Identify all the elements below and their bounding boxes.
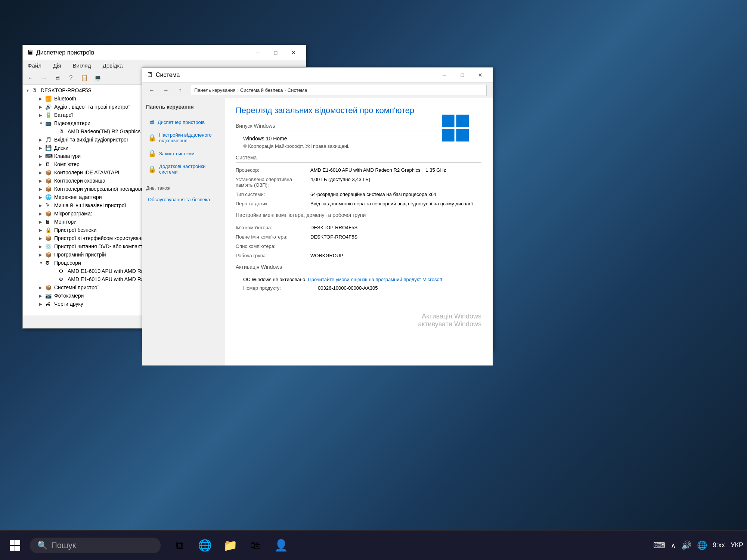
explorer-icon: 📁	[223, 539, 237, 552]
computer-name-label: Ім'я комп'ютера:	[236, 225, 310, 230]
taskview-icon: ⧉	[176, 539, 183, 552]
tree-computer-icon: 🖥	[45, 161, 53, 167]
taskbar-store[interactable]: 🛍	[244, 534, 267, 557]
address-bar[interactable]: Панель керування › Система й безпека › С…	[191, 85, 487, 96]
tree-security-icon: 🔒	[45, 227, 53, 233]
lang-indicator[interactable]: УКР	[731, 541, 743, 549]
start-button[interactable]	[4, 534, 26, 557]
devman-title: Диспетчер пристроїв	[36, 49, 94, 56]
network-icon[interactable]: 🌐	[697, 541, 707, 550]
tree-ide-icon: 📦	[45, 169, 53, 175]
system-up-button[interactable]: ↑	[174, 85, 186, 96]
svg-rect-3	[456, 129, 469, 141]
tree-ide-expand: ▶	[39, 171, 45, 175]
sidebar-protection[interactable]: 🔒 Захист системи	[146, 146, 220, 161]
chevron-icon[interactable]: ∧	[671, 541, 676, 550]
tree-firmware-icon: 📦	[45, 211, 53, 217]
sidebar-also-title: Див. також	[146, 185, 220, 191]
devman-maximize-button[interactable]: □	[267, 47, 284, 59]
devman-menu-action[interactable]: Дія	[50, 61, 64, 70]
taskbar: 🔍 Пошук ⧉ 🌐 📁 🛍 👤 ⌨ ∧ 🔊 🌐	[0, 530, 747, 560]
taskbar-taskview[interactable]: ⧉	[168, 534, 190, 557]
desktop: 🖥 Диспетчер пристроїв ─ □ ✕ Файл Дія Виг…	[0, 0, 747, 560]
taskbar-clock[interactable]: 9:хх	[713, 541, 725, 549]
tree-bluetooth-label: Bluetooth	[54, 96, 76, 102]
sidebar-protection-label: Захист системи	[159, 151, 194, 156]
taskbar-app5[interactable]: 👤	[270, 534, 292, 557]
taskbar-search[interactable]: 🔍 Пошук	[30, 538, 161, 553]
workgroup-value: WORKGROUP	[310, 253, 481, 258]
sidebar-advanced[interactable]: 🔒 Додаткові настройки системи	[146, 161, 220, 178]
tree-mouse-label: Миша й інші вказівні пристрої	[54, 202, 126, 208]
tree-audio-label: Аудіо-, відео- та ігрові пристрої	[54, 104, 130, 110]
breadcrumb-system[interactable]: Система	[288, 87, 307, 93]
tree-disk-icon: 💾	[45, 145, 53, 151]
devman-list-button[interactable]: 📋	[78, 73, 90, 83]
tree-print-expand: ▶	[39, 302, 45, 306]
devman-menu-help[interactable]: Довідка	[100, 61, 126, 70]
system-back-button[interactable]: ←	[145, 85, 158, 96]
ram-value: 4,00 ГБ (доступно 3,43 ГБ)	[310, 177, 481, 182]
devman-properties-button[interactable]: 💻	[92, 73, 104, 83]
tree-audio-icon: 🔊	[45, 104, 53, 110]
devman-forward-button[interactable]: →	[38, 73, 50, 83]
activation-link[interactable]: Прочитайте умови ліцензії на програмний …	[308, 277, 442, 282]
taskbar-explorer[interactable]: 📁	[219, 534, 241, 557]
tree-processors-icon: ⚙	[45, 260, 53, 266]
system-close-button[interactable]: ✕	[472, 69, 489, 81]
svg-rect-6	[10, 546, 15, 551]
sidebar-maintenance[interactable]: Обслуговування та безпека	[146, 194, 220, 205]
breadcrumb-controlpanel[interactable]: Панель керування	[194, 87, 236, 93]
volume-icon[interactable]: 🔊	[681, 541, 691, 550]
system-maximize-button[interactable]: □	[454, 69, 471, 81]
workgroup-label: Робоча група:	[236, 253, 310, 258]
sidebar-advanced-label: Додаткові настройки системи	[159, 164, 218, 175]
tree-hid-label: Пристрої з інтерфейсом користувача	[54, 235, 144, 241]
devman-help-button[interactable]: ?	[65, 73, 77, 83]
devman-close-button[interactable]: ✕	[285, 47, 302, 59]
tree-video-icon: 📺	[45, 120, 53, 126]
sidebar-remote[interactable]: 🔒 Настройки віддаленого підключення	[146, 129, 220, 146]
system-minimize-button[interactable]: ─	[436, 69, 453, 81]
processor-freq: 1.35 GHz	[425, 167, 446, 173]
tree-amd-icon: 🖥	[59, 128, 66, 134]
keyboard-icon[interactable]: ⌨	[653, 541, 665, 550]
search-placeholder: Пошук	[51, 541, 76, 550]
svg-rect-5	[15, 540, 20, 545]
tree-video-label: Відеоадаптери	[54, 120, 90, 126]
tree-network-label: Мережеві адаптери	[54, 194, 102, 200]
tree-cpu2-icon: ⚙	[59, 276, 66, 282]
sidebar-advanced-icon: 🔒	[148, 165, 156, 173]
system-titlebar: 🖥 Система ─ □ ✕	[142, 68, 493, 83]
tree-keyboard-label: Клавіатури	[54, 153, 81, 159]
tree-network-expand: ▶	[39, 195, 45, 199]
system-section-header: Система	[236, 155, 481, 163]
sidebar-device-manager[interactable]: 🖥 Диспетчер пристроїв	[146, 115, 220, 129]
tree-bluetooth-expand: ▶	[39, 97, 45, 101]
tree-cpu1-icon: ⚙	[59, 268, 66, 274]
devman-menu-view[interactable]: Вигляд	[70, 61, 94, 70]
devman-menu-file[interactable]: Файл	[25, 61, 44, 70]
tree-storage-expand: ▶	[39, 179, 45, 183]
product-key-label: Номер продукту:	[243, 285, 318, 291]
breadcrumb-security[interactable]: Система й безпека	[240, 87, 283, 93]
taskbar-edge[interactable]: 🌐	[193, 534, 216, 557]
devman-computer-button[interactable]: 🖥	[52, 73, 63, 83]
tree-audio-io-icon: 🎵	[45, 137, 53, 143]
watermark-line1: Активація Windows	[418, 312, 481, 320]
tree-security-expand: ▶	[39, 228, 45, 232]
taskbar-tray: ⌨ ∧ 🔊 🌐 9:хх УКР	[653, 541, 743, 550]
sidebar-devman-icon: 🖥	[148, 118, 155, 126]
tree-keyboard-icon: ⌨	[45, 153, 53, 159]
devman-back-button[interactable]: ←	[25, 73, 37, 83]
sidebar-title: Панель керування	[146, 104, 220, 110]
activation-status-row: ОС Windows не активовано. Прочитайте умо…	[236, 277, 481, 282]
settings-section-header: Настройки імені комп'ютера, домену та ро…	[236, 212, 481, 220]
full-name-label: Повне ім'я комп'ютера:	[236, 234, 310, 240]
devman-title-icon: 🖥	[27, 49, 33, 56]
tree-software-label: Програмний пристрій	[54, 252, 106, 258]
tree-video-expand: ▼	[39, 121, 45, 125]
sidebar-devman-label: Диспетчер пристроїв	[158, 119, 205, 125]
devman-minimize-button[interactable]: ─	[249, 47, 266, 59]
system-forward-button[interactable]: →	[159, 85, 172, 96]
